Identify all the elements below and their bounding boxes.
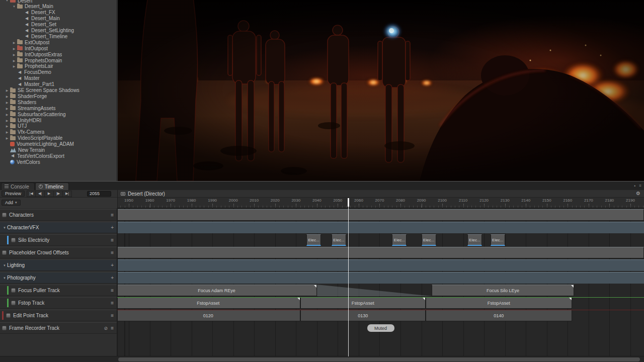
group-header-photography[interactable]: ▼Photography+ (0, 272, 117, 284)
playhead-marker[interactable] (348, 198, 349, 207)
track-menu-button[interactable]: ≡ (111, 237, 114, 243)
add-track-button[interactable]: Add ▾ (2, 200, 21, 206)
panel-lock-icon[interactable]: ▪ (634, 184, 635, 189)
add-in-group-button[interactable]: + (111, 262, 114, 268)
clip[interactable]: Elec... (422, 234, 436, 246)
foldout-collapsed-icon[interactable]: ▶ (4, 136, 10, 140)
track-header-silo-electricity[interactable]: Silo Electricity≡ (0, 234, 117, 246)
track-header-focus-puller-track[interactable]: Focus Puller Track≡ (0, 285, 117, 296)
playhead-line[interactable] (348, 198, 349, 356)
project-item[interactable]: Master (0, 75, 117, 81)
track-header-fstop-track[interactable]: Fstop Track≡ (0, 297, 117, 309)
go-to-start-button[interactable]: |◀ (27, 191, 36, 197)
foldout-collapsed-icon[interactable]: ▶ (4, 107, 10, 110)
foldout-expanded-icon[interactable]: ▼ (2, 264, 7, 267)
project-item[interactable]: ▶ProphetsLair (0, 63, 117, 69)
tab-console[interactable]: Console (1, 183, 35, 190)
foldout-expanded-icon[interactable]: ▼ (2, 226, 7, 229)
clip[interactable]: Elec... (491, 234, 505, 246)
time-ruler[interactable]: 1950196019701980199020002010202020302040… (117, 198, 644, 208)
foldout-collapsed-icon[interactable]: ▶ (4, 101, 10, 104)
preview-toggle-button[interactable]: Preview (2, 191, 25, 197)
previous-frame-button[interactable]: ◀| (36, 191, 45, 197)
group-header-lighting[interactable]: ▼Lighting+ (0, 259, 117, 271)
track-header-frame-recorder-track[interactable]: Frame Recorder Track⊘≡ (0, 322, 117, 334)
game-view[interactable] (118, 0, 644, 181)
foldout-collapsed-icon[interactable]: ▶ (11, 47, 17, 50)
project-item[interactable]: Desert_Main (0, 16, 117, 22)
foldout-expanded-icon[interactable]: ▼ (2, 277, 7, 280)
muted-badge[interactable]: Muted (367, 324, 394, 332)
foldout-collapsed-icon[interactable]: ▶ (4, 124, 10, 128)
track-menu-button[interactable]: ≡ (111, 313, 114, 318)
project-item[interactable]: Desert_FX (0, 10, 117, 16)
project-item[interactable]: ▼Desert_Main (0, 4, 117, 10)
group-header-charactervfx[interactable]: ▼CharacterVFX+ (0, 222, 117, 233)
project-item[interactable]: ▶UnityHDRI (0, 117, 117, 123)
tab-timeline[interactable]: Timeline (35, 183, 69, 190)
foldout-collapsed-icon[interactable]: ▶ (4, 113, 10, 116)
foldout-collapsed-icon[interactable]: ▶ (11, 53, 17, 56)
clip[interactable]: Elec... (332, 234, 346, 246)
project-item[interactable]: ▶VideoScriptPlayable (0, 135, 117, 141)
project-item[interactable]: VoumetricLighting_ADAM (0, 141, 117, 147)
clip[interactable]: Elec... (306, 234, 321, 246)
clip[interactable]: Elec... (467, 234, 482, 246)
clip[interactable]: Elec... (392, 234, 407, 246)
project-item[interactable]: ▶IntOutpostExtras (0, 51, 117, 57)
infinite-clip[interactable] (117, 247, 644, 258)
foldout-collapsed-icon[interactable]: ▶ (4, 88, 10, 92)
track-menu-button[interactable]: ≡ (111, 250, 114, 255)
track-menu-button[interactable]: ≡ (111, 212, 114, 218)
project-item[interactable]: VertColors (0, 159, 117, 165)
infinite-clip[interactable] (117, 209, 644, 221)
project-item[interactable]: ▶StreamingAssets (0, 105, 117, 111)
add-in-group-button[interactable]: + (111, 275, 114, 281)
project-item[interactable]: ▶SE Screen Space Shadows (0, 87, 117, 94)
clip[interactable]: FstopAsset (300, 297, 426, 309)
project-item[interactable]: Desert_Timeline (0, 33, 117, 39)
clip[interactable]: Focus Adam REye (117, 285, 317, 296)
breadcrumb[interactable]: Desert (Director) (121, 190, 165, 198)
clip[interactable]: 0130 (300, 310, 426, 321)
current-frame-field[interactable]: 2055 (87, 191, 111, 197)
project-item[interactable]: Desert_Set (0, 22, 117, 28)
foldout-collapsed-icon[interactable]: ▶ (11, 59, 17, 62)
project-item[interactable]: Master_Part1 (0, 81, 117, 87)
project-item[interactable]: Desert_SetLighting (0, 28, 117, 34)
project-item[interactable]: ▶IntOutpost (0, 45, 117, 51)
scrollbar-thumb[interactable] (118, 357, 640, 361)
project-item[interactable]: FocusDemo (0, 69, 117, 75)
clip[interactable]: FstopAsset (426, 297, 572, 309)
track-menu-button[interactable]: ≡ (111, 325, 114, 331)
horizontal-scrollbar[interactable] (0, 356, 644, 362)
project-item[interactable]: ▶ShaderForge (0, 93, 117, 99)
foldout-collapsed-icon[interactable]: ▶ (11, 41, 17, 44)
foldout-expanded-icon[interactable]: ▼ (4, 0, 10, 2)
play-button[interactable]: ▶ (45, 191, 54, 197)
track-header-characters[interactable]: Characters≡ (0, 209, 117, 221)
panel-menu-icon[interactable]: ≡ (639, 184, 641, 189)
foldout-expanded-icon[interactable]: ▼ (11, 5, 17, 8)
add-in-group-button[interactable]: + (111, 225, 114, 230)
track-menu-button[interactable]: ≡ (111, 288, 114, 293)
foldout-collapsed-icon[interactable]: ▶ (11, 64, 17, 68)
project-item[interactable]: ▶Vfx-Camera (0, 129, 117, 135)
project-item[interactable]: ▶Shaders (0, 99, 117, 105)
foldout-collapsed-icon[interactable]: ▶ (4, 95, 10, 98)
go-to-end-button[interactable]: ▶| (63, 191, 72, 197)
track-header-edit-point-track[interactable]: Edit Point Track≡ (0, 310, 117, 321)
clip[interactable]: 0120 (117, 310, 300, 321)
next-frame-button[interactable]: |▶ (54, 191, 63, 197)
track-header-placeholder-crowd-offsets[interactable]: Placeholder Crowd Offsets≡ (0, 247, 117, 258)
project-item[interactable]: ▶UTJ (0, 123, 117, 129)
project-item[interactable]: ▶ProphetsDomain (0, 57, 117, 63)
project-item[interactable]: New Terrain (0, 147, 117, 153)
project-item[interactable]: ▶SubsurfaceScattering (0, 111, 117, 117)
clip[interactable]: FstopAsset (117, 297, 300, 309)
clip[interactable]: Focus Silo LEye (432, 285, 574, 296)
foldout-collapsed-icon[interactable]: ▶ (4, 130, 10, 134)
clip[interactable]: 0140 (426, 310, 572, 321)
track-menu-button[interactable]: ≡ (111, 300, 114, 306)
gear-icon[interactable] (636, 191, 640, 196)
